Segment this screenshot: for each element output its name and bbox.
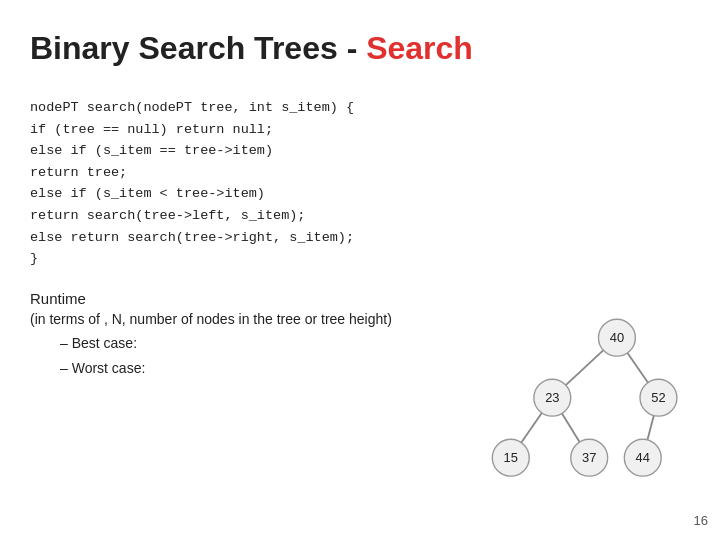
code-line-1: nodePT search(nodePT tree, int s_item) { xyxy=(30,97,690,119)
title-highlight: Search xyxy=(366,30,473,66)
label-44: 44 xyxy=(636,450,650,465)
code-line-7: else return search(tree->right, s_item); xyxy=(30,227,690,249)
title-text: Binary Search Trees - xyxy=(30,30,366,66)
code-line-3: else if (s_item == tree->item) xyxy=(30,140,690,162)
slide: Binary Search Trees - Search nodePT sear… xyxy=(0,0,720,540)
page-number: 16 xyxy=(694,513,708,528)
code-line-6: return search(tree->left, s_item); xyxy=(30,205,690,227)
code-line-4: return tree; xyxy=(30,162,690,184)
label-23: 23 xyxy=(545,390,559,405)
tree-svg: 40 23 52 15 37 44 xyxy=(460,290,700,510)
code-block: nodePT search(nodePT tree, int s_item) {… xyxy=(30,97,690,270)
label-52: 52 xyxy=(651,390,665,405)
code-line-5: else if (s_item < tree->item) xyxy=(30,183,690,205)
slide-title: Binary Search Trees - Search xyxy=(30,30,690,67)
label-37: 37 xyxy=(582,450,596,465)
code-line-2: if (tree == null) return null; xyxy=(30,119,690,141)
code-line-8: } xyxy=(30,248,690,270)
tree-diagram: 40 23 52 15 37 44 xyxy=(460,290,700,510)
label-15: 15 xyxy=(504,450,518,465)
label-40: 40 xyxy=(610,330,624,345)
